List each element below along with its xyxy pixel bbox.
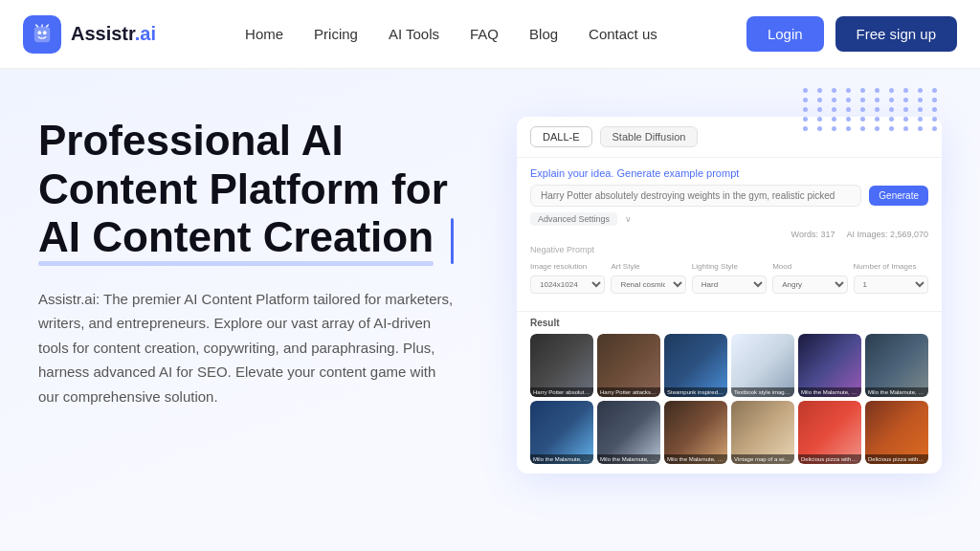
image-card-2[interactable]: Harry Potter attacks fatty obro... bbox=[597, 334, 660, 397]
tab-stable-diffusion[interactable]: Stable Diffusion bbox=[600, 126, 699, 147]
words-stat: Words: 317 bbox=[791, 230, 835, 239]
images-stat: AI Images: 2,569,070 bbox=[846, 230, 928, 239]
prompt-input[interactable] bbox=[530, 185, 861, 207]
images-grid: Harry Potter absolutely sho... Harry Pot… bbox=[530, 334, 928, 397]
control-mood-select[interactable]: Angry bbox=[772, 276, 847, 294]
control-lighting: Lighting Style Hard bbox=[692, 262, 767, 294]
image-card-11[interactable]: Delicious pizza with all the t... bbox=[798, 401, 861, 464]
control-art-select[interactable]: Renal cosmic bbox=[611, 276, 685, 294]
nav-home[interactable]: Home bbox=[245, 26, 283, 42]
nav-ai-tools[interactable]: AI Tools bbox=[389, 26, 439, 42]
login-button[interactable]: Login bbox=[746, 16, 824, 52]
image-card-7[interactable]: Milo the Malamute, a future... bbox=[530, 401, 593, 464]
svg-point-1 bbox=[37, 31, 41, 34]
image-card-8[interactable]: Milo the Malamute, a future... bbox=[597, 401, 660, 464]
img-caption-6: Milo the Malamute, a future... bbox=[865, 387, 928, 397]
image-card-9[interactable]: Milo the Malamute, a future... bbox=[664, 401, 727, 464]
settings-arrow: ∨ bbox=[625, 214, 632, 224]
image-card-5[interactable]: Milo the Malamute, a future... bbox=[798, 334, 861, 397]
result-label: Result bbox=[530, 318, 928, 328]
control-mood: Mood Angry bbox=[772, 262, 847, 294]
img-caption-2: Harry Potter attacks fatty obro... bbox=[597, 387, 660, 397]
img-caption-8: Milo the Malamute, a future... bbox=[597, 454, 660, 464]
control-resolution-label: Image resolution bbox=[530, 262, 605, 271]
advanced-settings-tag[interactable]: Advanced Settings bbox=[530, 212, 617, 226]
negative-prompt-row: Negative Prompt bbox=[530, 245, 928, 254]
screenshot-body: Explain your idea. Generate example prom… bbox=[517, 158, 942, 311]
control-num-images: Number of Images 1 bbox=[854, 262, 928, 294]
img-caption-4: Textbook style image of a... bbox=[731, 387, 794, 397]
img-caption-10: Vintage map of a with t... bbox=[731, 454, 794, 464]
controls-grid: Image resolution 1024x1024 Art Style Ren… bbox=[530, 262, 928, 294]
control-resolution: Image resolution 1024x1024 bbox=[530, 262, 605, 294]
nav-faq[interactable]: FAQ bbox=[470, 26, 499, 42]
logo-text: Assistr.ai bbox=[71, 23, 156, 45]
settings-row: Advanced Settings ∨ bbox=[530, 212, 928, 226]
img-caption-7: Milo the Malamute, a future... bbox=[530, 454, 593, 464]
control-lighting-label: Lighting Style bbox=[692, 262, 767, 271]
control-num-select[interactable]: 1 bbox=[854, 276, 928, 294]
explain-label: Explain your idea. Generate example prom… bbox=[530, 167, 928, 179]
nav-blog[interactable]: Blog bbox=[529, 26, 558, 42]
hero-description: Assistr.ai: The premier AI Content Platf… bbox=[38, 287, 459, 409]
img-caption-12: Delicious pizza with all the t... bbox=[865, 454, 928, 464]
svg-point-2 bbox=[43, 31, 47, 34]
hero-title: Professional AI Content Platform for AI … bbox=[38, 117, 479, 264]
image-card-1[interactable]: Harry Potter absolutely sho... bbox=[530, 334, 593, 397]
app-screenshot: DALL-E Stable Diffusion Explain your ide… bbox=[517, 117, 942, 474]
nav-contact[interactable]: Contact us bbox=[589, 26, 657, 42]
control-art-label: Art Style bbox=[611, 262, 685, 271]
signup-button[interactable]: Free sign up bbox=[835, 16, 957, 52]
main-nav: Home Pricing AI Tools FAQ Blog Contact u… bbox=[245, 26, 657, 42]
image-card-3[interactable]: Steampunk inspired city wit... bbox=[664, 334, 727, 397]
image-card-10[interactable]: Vintage map of a with t... bbox=[731, 401, 794, 464]
cursor-bar bbox=[451, 218, 454, 264]
control-resolution-select[interactable]: 1024x1024 bbox=[530, 276, 605, 294]
dots-decoration bbox=[803, 88, 942, 131]
generate-button[interactable]: Generate bbox=[869, 186, 928, 206]
img-caption-3: Steampunk inspired city wit... bbox=[664, 387, 727, 397]
prompt-row: Generate bbox=[530, 185, 928, 207]
control-art-style: Art Style Renal cosmic bbox=[611, 262, 685, 294]
control-mood-label: Mood bbox=[772, 262, 847, 271]
tab-dalle[interactable]: DALL-E bbox=[530, 126, 592, 147]
images-grid-row2: Milo the Malamute, a future... Milo the … bbox=[530, 401, 928, 464]
img-caption-5: Milo the Malamute, a future... bbox=[798, 387, 861, 397]
result-section: Result Harry Potter absolutely sho... Ha… bbox=[517, 311, 942, 474]
image-card-6[interactable]: Milo the Malamute, a future... bbox=[865, 334, 928, 397]
img-caption-1: Harry Potter absolutely sho... bbox=[530, 387, 593, 397]
hero-section: Professional AI Content Platform for AI … bbox=[38, 107, 479, 551]
header: Assistr.ai Home Pricing AI Tools FAQ Blo… bbox=[0, 0, 980, 69]
svg-rect-0 bbox=[34, 26, 51, 42]
logo-icon bbox=[23, 15, 61, 54]
app-preview: DALL-E Stable Diffusion Explain your ide… bbox=[517, 107, 942, 551]
stats-row: Words: 317 AI Images: 2,569,070 bbox=[530, 230, 928, 239]
control-lighting-select[interactable]: Hard bbox=[692, 276, 767, 294]
generate-example-link[interactable]: Generate example prompt bbox=[617, 167, 740, 179]
main-content: Professional AI Content Platform for AI … bbox=[0, 69, 980, 551]
header-actions: Login Free sign up bbox=[746, 16, 957, 52]
image-card-4[interactable]: Textbook style image of a... bbox=[731, 334, 794, 397]
img-caption-11: Delicious pizza with all the t... bbox=[798, 454, 861, 464]
image-card-12[interactable]: Delicious pizza with all the t... bbox=[865, 401, 928, 464]
logo[interactable]: Assistr.ai bbox=[23, 15, 156, 54]
control-num-label: Number of Images bbox=[854, 262, 928, 271]
nav-pricing[interactable]: Pricing bbox=[314, 26, 358, 42]
img-caption-9: Milo the Malamute, a future... bbox=[664, 454, 727, 464]
